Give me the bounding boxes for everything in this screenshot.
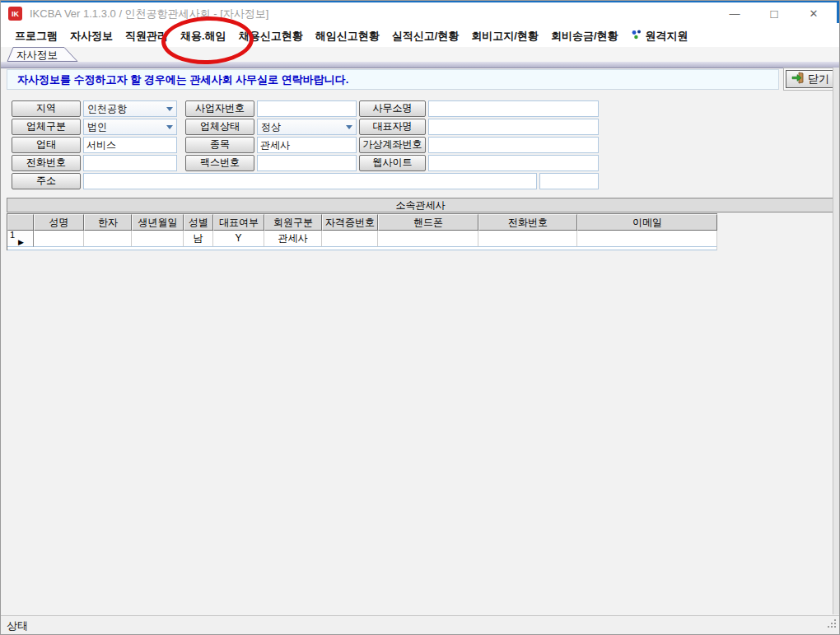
field-label-business-category: 업태	[12, 137, 81, 153]
company-status-select[interactable]: 정상	[257, 119, 357, 135]
chevron-down-icon	[163, 125, 176, 129]
column-header-mobile: 핸드폰	[378, 214, 478, 231]
notice-message: 자사정보를 수정하고자 할 경우에는 관세사회 사무실로 연락바랍니다.	[17, 72, 348, 87]
company-type-value: 법인	[84, 120, 163, 134]
column-header-birth-date: 생년월일	[132, 214, 184, 231]
business-number-input[interactable]	[257, 100, 357, 117]
company-type-select[interactable]: 법인	[83, 119, 177, 135]
cell-name[interactable]	[34, 231, 84, 247]
menu-item-company-info[interactable]: 자사정보	[70, 29, 113, 44]
menu-item-dues-notice-status[interactable]: 회비고지/현황	[471, 29, 539, 44]
tab-company-info[interactable]: 자사정보	[3, 47, 81, 62]
grid-corner-cell	[7, 214, 34, 231]
menu-item-hire-report-status[interactable]: 채용신고현황	[239, 29, 303, 44]
representative-name-input[interactable]	[428, 119, 599, 135]
business-category-input[interactable]	[83, 137, 177, 153]
column-header-phone: 전화번호	[478, 214, 577, 231]
virtual-account-input[interactable]	[428, 137, 599, 153]
close-button-panel: 닫기	[783, 68, 838, 91]
remote-support-icon	[631, 29, 642, 43]
column-header-member-type: 회원구분	[264, 214, 322, 231]
resize-grip[interactable]	[827, 618, 838, 633]
grid-group-header: 소속관세사	[7, 198, 834, 212]
menu-bar: 프로그램 자사정보 직원관리 채용.해임 채용신고현황 해임신고현황 실적신고/…	[0, 25, 840, 47]
phone-number-input[interactable]	[83, 155, 177, 171]
close-window-button[interactable]: ✕	[794, 2, 833, 25]
tab-label: 자사정보	[16, 49, 58, 63]
field-label-fax-number: 팩스번호	[185, 155, 254, 171]
window-right-edge	[833, 68, 839, 614]
cell-representative-yn[interactable]: Y	[213, 231, 264, 247]
company-info-form: 지역 인천공항 사업자번호 사무소명 업체구분 법인 업체상태 정상 대표자명 …	[12, 100, 600, 189]
field-label-business-number: 사업자번호	[185, 100, 254, 117]
column-header-representative-yn: 대표여부	[213, 214, 264, 231]
title-bar: IK IKCBA Ver 1.1.3.0 / 인천공항관세사회 - [자사정보]…	[0, 2, 840, 25]
field-label-address: 주소	[12, 173, 81, 189]
app-logo-icon: IK	[8, 7, 22, 21]
background-window-edge-right	[837, 0, 840, 23]
business-item-input[interactable]	[257, 137, 357, 153]
notice-banner: 자사정보를 수정하고자 할 경우에는 관세사회 사무실로 연락바랍니다.	[7, 69, 779, 90]
tab-strip-band	[0, 62, 840, 68]
menu-item-remote-support[interactable]: 원격지원	[631, 29, 688, 44]
status-bar: 상태	[0, 615, 840, 635]
chevron-down-icon	[163, 107, 176, 111]
column-header-license-number: 자격증번호	[322, 214, 378, 231]
address-input[interactable]	[83, 173, 537, 189]
field-label-region: 지역	[12, 100, 81, 117]
menu-item-dues-remittance-status[interactable]: 회비송금/현황	[551, 29, 618, 44]
menu-item-dismissal-report-status[interactable]: 해임신고현황	[315, 29, 380, 44]
window-controls: — □ ✕	[715, 2, 833, 25]
company-status-value: 정상	[258, 120, 343, 134]
cell-member-type[interactable]: 관세사	[264, 231, 322, 247]
cell-hanja[interactable]	[84, 231, 132, 247]
address-extra-input[interactable]	[539, 173, 599, 189]
cell-license-number[interactable]	[322, 231, 378, 247]
close-button-label: 닫기	[808, 72, 829, 86]
field-label-company-status: 업체상태	[185, 119, 254, 135]
fax-number-input[interactable]	[257, 155, 357, 171]
cell-gender[interactable]: 남	[184, 231, 213, 247]
column-header-hanja: 한자	[84, 214, 132, 231]
cell-mobile[interactable]	[378, 231, 478, 247]
row-header: 1 ▶	[7, 231, 34, 247]
column-header-email: 이메일	[577, 214, 717, 231]
row-number: 1	[10, 231, 15, 240]
field-label-phone-number: 전화번호	[12, 155, 81, 171]
field-label-business-item: 종목	[185, 137, 254, 153]
cell-birth-date[interactable]	[132, 231, 184, 247]
field-label-company-type: 업체구분	[12, 119, 81, 135]
field-label-office-name: 사무소명	[359, 100, 426, 117]
chevron-down-icon	[343, 125, 356, 129]
menu-item-label: 원격지원	[646, 29, 688, 44]
office-name-input[interactable]	[428, 100, 599, 117]
region-value: 인천공항	[84, 102, 163, 116]
window-border	[0, 0, 840, 635]
menu-item-performance-report-status[interactable]: 실적신고/현황	[392, 29, 460, 44]
exit-door-icon	[791, 72, 805, 86]
field-label-representative-name: 대표자명	[359, 119, 426, 135]
tab-strip: 자사정보	[0, 47, 840, 62]
maximize-button[interactable]: □	[754, 2, 794, 25]
column-header-gender: 성별	[184, 214, 213, 231]
menu-item-program[interactable]: 프로그램	[15, 29, 58, 44]
field-label-website: 웹사이트	[359, 155, 426, 171]
cell-email[interactable]	[577, 231, 717, 247]
menu-item-employee-management[interactable]: 직원관리	[125, 29, 168, 44]
status-text: 상태	[7, 619, 28, 633]
next-row-hint	[7, 247, 717, 250]
region-select[interactable]: 인천공항	[83, 100, 177, 117]
minimize-button[interactable]: —	[715, 2, 754, 25]
members-grid: 성명 한자 생년월일 성별 대표여부 회원구분 자격증번호 핸드폰 전화번호 이…	[7, 213, 717, 250]
current-row-indicator-icon: ▶	[18, 235, 24, 250]
window-title: IKCBA Ver 1.1.3.0 / 인천공항관세사회 - [자사정보]	[30, 7, 268, 21]
menu-item-hire-dismissal[interactable]: 채용.해임	[180, 29, 226, 44]
cell-phone[interactable]	[478, 231, 577, 247]
app-window: { "window": { "icon_text": "IK", "title"…	[0, 0, 840, 635]
website-input[interactable]	[428, 155, 599, 171]
field-label-virtual-account: 가상계좌번호	[359, 137, 426, 153]
column-header-name: 성명	[34, 214, 84, 231]
close-button[interactable]: 닫기	[786, 70, 835, 88]
